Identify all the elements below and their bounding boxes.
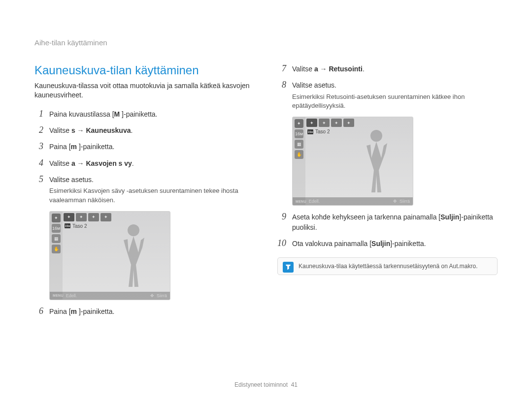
step-item: 6Paina [m ]-painiketta. [34, 306, 255, 316]
level-chip: ✦ [64, 213, 74, 221]
step-number: 9 [277, 212, 286, 222]
step-text: Aseta kohde kehykseen ja tarkenna painam… [292, 212, 498, 232]
level-label: Taso 2 [72, 223, 87, 229]
level-chip: ✦ [88, 213, 99, 221]
silhouette-icon [357, 126, 396, 195]
step-number: 8 [277, 80, 286, 90]
level-badge: 16м [65, 223, 70, 228]
section-title: Kauneuskuva-tilan käyttäminen [34, 63, 255, 77]
silhouette-icon [114, 220, 153, 289]
step-subtext: Esimerkiksi Retusointi-asetuksen suurent… [292, 93, 498, 111]
preview-back-label: Edell. [309, 199, 320, 204]
preview-move-label: Siirrä [157, 293, 167, 298]
step-text: Valitse a → Retusointi. [292, 64, 498, 74]
intro-text: Kauneuskuva-tilassa voit ottaa muotokuvi… [34, 81, 255, 100]
step-number: 2 [34, 125, 43, 135]
step-text: Paina kuvaustilassa [M ]-painiketta. [49, 109, 255, 119]
menu-label: MENU [296, 200, 306, 203]
preview-move-label: Siirrä [399, 199, 410, 204]
page-footer: Edistyneet toiminnot 41 [0, 381, 532, 388]
step-item: 9Aseta kohde kehykseen ja tarkenna paina… [277, 212, 498, 232]
step-text: Ota valokuva painamalla [Suljin]-painike… [292, 239, 498, 248]
info-icon [283, 262, 294, 273]
footer-section: Edistyneet toiminnot [234, 381, 288, 388]
menu-label: MENU [53, 294, 64, 297]
step-item: 4Valitse a → Kasvojen s vy. [34, 158, 255, 168]
step-number: 7 [277, 63, 286, 74]
nav-icon: ✥ [150, 293, 154, 298]
left-column: Kauneuskuva-tilan käyttäminen Kauneuskuv… [34, 63, 255, 322]
step-number: 5 [34, 174, 43, 185]
size-icon: 16м [52, 224, 61, 233]
note-text: Kauneuskuva-tilaa käytettäessä tarkennus… [299, 263, 478, 270]
grid-icon: ▦ [52, 234, 61, 243]
step-subtext: Esimerkiksi Kasvojen sävy -asetuksen suu… [49, 186, 255, 205]
level-chip: ✦ [319, 119, 330, 127]
step-item: 5Valitse asetus.Esimerkiksi Kasvojen säv… [34, 174, 255, 205]
level-label: Taso 2 [315, 129, 330, 134]
note-box: Kauneuskuva-tilaa käytettäessä tarkennus… [277, 257, 498, 275]
camera-preview: ✦ 16м ▦ ✋ ✦ ✦ ✦ ✦ 16м Taso 2 [49, 211, 170, 300]
left-step-list-cont: 6Paina [m ]-painiketta. [34, 306, 255, 316]
right-step-list-a: 7Valitse a → Retusointi.8Valitse asetus.… [277, 63, 498, 111]
size-icon: 16м [295, 129, 303, 138]
face-tone-icon: ✦ [52, 214, 61, 222]
step-item: 7Valitse a → Retusointi. [277, 63, 498, 74]
footer-page: 41 [291, 381, 298, 388]
level-badge: 16м [307, 129, 313, 134]
step-text: Valitse asetus.Esimerkiksi Kasvojen sävy… [49, 175, 255, 205]
grid-icon: ▦ [295, 140, 303, 149]
breadcrumb: Aihe-tilan käyttäminen [34, 38, 498, 47]
nav-icon: ✥ [393, 199, 397, 204]
stabilize-icon: ✋ [52, 245, 61, 253]
step-number: 6 [34, 306, 43, 316]
step-item: 10Ota valokuva painamalla [Suljin]-paini… [277, 238, 498, 248]
right-column: 7Valitse a → Retusointi.8Valitse asetus.… [277, 63, 498, 322]
step-text: Valitse s → Kauneuskuva. [49, 125, 255, 135]
step-text: Paina [m ]-painiketta. [49, 142, 255, 152]
level-chip: ✦ [343, 119, 354, 127]
left-step-list: 1Paina kuvaustilassa [M ]-painiketta.2Va… [34, 109, 255, 205]
right-step-list-b: 9Aseta kohde kehykseen ja tarkenna paina… [277, 212, 498, 248]
svg-point-0 [128, 224, 139, 236]
level-chip: ✦ [76, 213, 87, 221]
level-chips: ✦ ✦ ✦ ✦ [64, 213, 111, 221]
step-text: Valitse a → Kasvojen s vy. [49, 158, 255, 168]
level-chip: ✦ [331, 119, 342, 127]
face-tone-icon: ✦ [295, 119, 303, 128]
step-item: 8Valitse asetus.Esimerkiksi Retusointi-a… [277, 80, 498, 111]
step-text: Valitse asetus.Esimerkiksi Retusointi-as… [292, 80, 498, 111]
step-item: 3Paina [m ]-painiketta. [34, 141, 255, 152]
step-item: 1Paina kuvaustilassa [M ]-painiketta. [34, 109, 255, 119]
step-text: Paina [m ]-painiketta. [49, 307, 255, 316]
step-number: 10 [277, 238, 286, 248]
level-chips: ✦ ✦ ✦ ✦ [306, 119, 354, 127]
level-chip: ✦ [306, 119, 317, 127]
preview-back-label: Edell. [66, 293, 77, 298]
step-number: 4 [34, 158, 43, 168]
stabilize-icon: ✋ [295, 150, 303, 159]
svg-point-1 [370, 130, 382, 142]
level-chip: ✦ [100, 213, 111, 221]
step-item: 2Valitse s → Kauneuskuva. [34, 125, 255, 135]
step-number: 1 [34, 109, 43, 119]
step-number: 3 [34, 141, 43, 152]
camera-preview: ✦ 16м ▦ ✋ ✦ ✦ ✦ ✦ 16м Taso 2 [292, 117, 413, 206]
